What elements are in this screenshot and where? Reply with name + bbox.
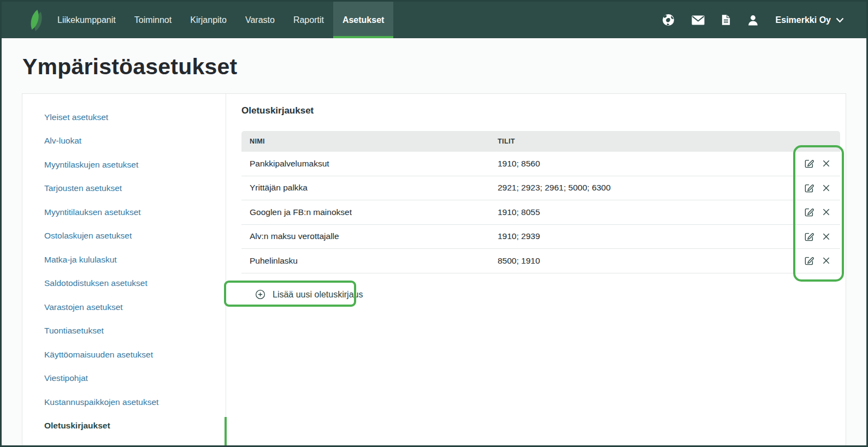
app-window: Liikekumppanit Toiminnot Kirjanpito Vara… xyxy=(0,0,868,447)
close-icon xyxy=(822,233,830,241)
column-header-accounts: TILIT xyxy=(498,138,780,145)
nav-menu-item[interactable]: Kirjanpito xyxy=(181,2,236,38)
sidebar-item[interactable]: Matka-ja kululaskut xyxy=(22,248,226,272)
chevron-down-icon xyxy=(836,17,844,23)
edit-row-button[interactable] xyxy=(804,255,814,266)
row-actions xyxy=(780,255,840,266)
sidebar-item-label: Myyntilaskujen asetukset xyxy=(44,160,138,170)
nav-menu-item-label: Varasto xyxy=(245,15,275,25)
table-body: Pankkipalvelumaksut 1910; 8560 xyxy=(241,152,840,273)
edit-icon xyxy=(804,183,814,193)
row-actions xyxy=(780,183,840,193)
company-selector[interactable]: Esimerkki Oy xyxy=(776,15,844,25)
mail-button[interactable] xyxy=(692,15,705,25)
edit-icon xyxy=(804,207,814,217)
nav-menu-item-label: Kirjanpito xyxy=(190,15,227,25)
nav-menu-item[interactable]: Liikekumppanit xyxy=(48,2,125,38)
edit-row-button[interactable] xyxy=(804,231,814,242)
app-logo[interactable] xyxy=(27,2,45,38)
active-item-indicator xyxy=(225,417,227,445)
row-actions xyxy=(780,231,840,242)
table-row: Puhelinlasku 8500; 1910 xyxy=(241,249,840,273)
settings-content: Oletuskirjaukset NIMI TILIT Pankkipalvel… xyxy=(226,94,846,445)
nav-menu-item-label: Toiminnot xyxy=(134,15,172,25)
row-accounts: 1910; 8560 xyxy=(498,159,780,169)
table-row: Alv:n maksu verottajalle 1910; 2939 xyxy=(241,225,840,249)
page-title: Ympäristöasetukset xyxy=(22,53,866,80)
sidebar-item[interactable]: Myyntilaskujen asetukset xyxy=(22,153,226,177)
company-name: Esimerkki Oy xyxy=(776,15,831,25)
table-row: Yrittäjän palkka 2921; 2923; 2961; 5000;… xyxy=(241,176,840,201)
column-header-name: NIMI xyxy=(241,138,498,145)
delete-row-button[interactable] xyxy=(822,184,830,192)
sidebar-item-label: Viestipohjat xyxy=(44,373,88,383)
navbar-actions: Esimerkki Oy xyxy=(662,2,866,38)
sidebar-item[interactable]: Tuontiasetukset xyxy=(22,319,226,343)
sidebar-item[interactable]: Kustannuspaikkojen asetukset xyxy=(22,390,226,414)
edit-icon xyxy=(804,158,814,169)
delete-row-button[interactable] xyxy=(822,257,830,265)
sidebar-item-label: Kustannuspaikkojen asetukset xyxy=(44,397,158,407)
sidebar-item-label: Oletuskirjaukset xyxy=(44,421,110,431)
delete-row-button[interactable] xyxy=(822,159,830,168)
nav-menu-item[interactable]: Asetukset xyxy=(333,2,393,38)
nav-menu-item-label: Asetukset xyxy=(343,15,384,25)
sidebar-item-label: Myyntitilauksen asetukset xyxy=(44,207,141,217)
nav-menu-item-label: Raportit xyxy=(293,15,324,25)
add-default-entry-button[interactable]: Lisää uusi oletuskirjaus xyxy=(241,282,363,308)
sidebar-item-label: Varastojen asetukset xyxy=(44,302,123,312)
leaf-icon xyxy=(27,9,45,32)
table-row: Googlen ja FB:n mainokset 1910; 8055 xyxy=(241,200,840,225)
globe-icon xyxy=(662,14,675,26)
sidebar-item[interactable]: Myyntitilauksen asetukset xyxy=(22,200,226,224)
row-accounts: 1910; 2939 xyxy=(498,231,780,241)
user-icon xyxy=(747,14,759,26)
edit-row-button[interactable] xyxy=(804,183,814,193)
table-row: Pankkipalvelumaksut 1910; 8560 xyxy=(241,152,840,176)
row-actions xyxy=(780,207,840,217)
sidebar-item-label: Matka-ja kululaskut xyxy=(44,255,117,265)
sidebar-item[interactable]: Alv-luokat xyxy=(22,129,226,153)
delete-row-button[interactable] xyxy=(822,233,830,241)
edit-icon xyxy=(804,255,814,266)
row-name: Pankkipalvelumaksut xyxy=(241,159,498,169)
row-name: Yrittäjän palkka xyxy=(241,183,498,193)
sidebar-item-label: Yleiset asetukset xyxy=(44,112,108,122)
settings-sidebar: Yleiset asetukset Alv-luokat Myyntilasku… xyxy=(22,94,226,445)
row-actions xyxy=(780,158,840,169)
row-accounts: 2921; 2923; 2961; 5000; 6300 xyxy=(498,183,780,193)
sidebar-item[interactable]: Varastojen asetukset xyxy=(22,295,226,319)
nav-menu-item[interactable]: Toiminnot xyxy=(125,2,181,38)
sidebar-item[interactable]: Oletuskirjaukset xyxy=(22,414,226,438)
section-heading: Oletuskirjaukset xyxy=(241,105,840,117)
sidebar-item[interactable]: Tarjousten asetukset xyxy=(22,177,226,201)
sidebar-item[interactable]: Viestipohjat xyxy=(22,367,226,391)
sidebar-item-label: Alv-luokat xyxy=(44,136,81,146)
nav-menu-item-label: Liikekumppanit xyxy=(57,15,116,25)
sidebar-item[interactable]: Käyttöomaisuuden asetukset xyxy=(22,343,226,367)
main-menu: Liikekumppanit Toiminnot Kirjanpito Vara… xyxy=(48,2,393,38)
sidebar-item[interactable]: Ostolaskujen asetukset xyxy=(22,224,226,248)
close-icon xyxy=(822,257,830,265)
add-button-label: Lisää uusi oletuskirjaus xyxy=(273,290,363,300)
settings-card: Yleiset asetukset Alv-luokat Myyntilasku… xyxy=(22,93,846,445)
sidebar-item[interactable]: Yleiset asetukset xyxy=(22,105,226,129)
nav-menu-item[interactable]: Raportit xyxy=(284,2,333,38)
sidebar-item-label: Tarjousten asetukset xyxy=(44,183,122,193)
edit-row-button[interactable] xyxy=(804,158,814,169)
mail-icon xyxy=(692,15,705,25)
default-entries-table: NIMI TILIT Pankkipalvelumaksut 1910; 856… xyxy=(241,131,840,273)
sidebar-item[interactable]: Saldotodistuksen asetukset xyxy=(22,272,226,296)
globe-button[interactable] xyxy=(662,14,675,26)
nav-menu-item[interactable]: Varasto xyxy=(236,2,284,38)
user-button[interactable] xyxy=(747,14,759,26)
close-icon xyxy=(822,184,830,192)
document-button[interactable] xyxy=(722,14,730,26)
edit-icon xyxy=(804,231,814,242)
row-name: Alv:n maksu verottajalle xyxy=(241,231,498,241)
edit-row-button[interactable] xyxy=(804,207,814,217)
close-icon xyxy=(822,159,830,168)
top-navbar: Liikekumppanit Toiminnot Kirjanpito Vara… xyxy=(2,2,866,38)
delete-row-button[interactable] xyxy=(822,208,830,216)
sidebar-item-label: Saldotodistuksen asetukset xyxy=(44,278,147,288)
